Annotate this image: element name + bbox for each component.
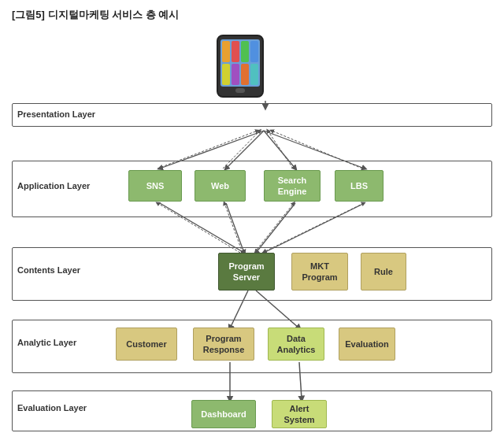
program-server-box: ProgramServer — [218, 253, 275, 291]
application-label: Application Layer — [17, 181, 90, 191]
mkt-program-box: MKTProgram — [291, 253, 348, 291]
main-container: [그림5] 디지털마케팅 서비스 층 예시 — [0, 0, 504, 433]
rule-box: Rule — [361, 253, 406, 291]
page-title: [그림5] 디지털마케팅 서비스 층 예시 — [12, 8, 492, 22]
data-analytics-box: DataAnalytics — [268, 328, 324, 361]
smartphone-icon — [217, 35, 264, 98]
analytic-label: Analytic Layer — [17, 338, 76, 347]
program-response-box: ProgramResponse — [193, 328, 254, 361]
customer-box: Customer — [116, 328, 177, 361]
alert-system-box: AlertSystem — [272, 400, 327, 428]
web-box: Web — [195, 170, 246, 202]
presentation-label: Presentation Layer — [17, 109, 95, 119]
presentation-layer: Presentation Layer — [12, 103, 492, 127]
search-engine-box: SearchEngine — [264, 170, 321, 202]
evaluation-label: Evaluation Layer — [17, 403, 87, 413]
contents-label: Contents Layer — [17, 265, 80, 275]
evaluation-box: Evaluation — [339, 328, 395, 361]
sns-box: SNS — [128, 170, 182, 202]
dashboard-box: Dashboard — [191, 400, 256, 428]
diagram: Presentation Layer Application Layer Con… — [12, 28, 492, 430]
application-layer: Application Layer — [12, 161, 492, 217]
lbs-box: LBS — [335, 170, 384, 202]
